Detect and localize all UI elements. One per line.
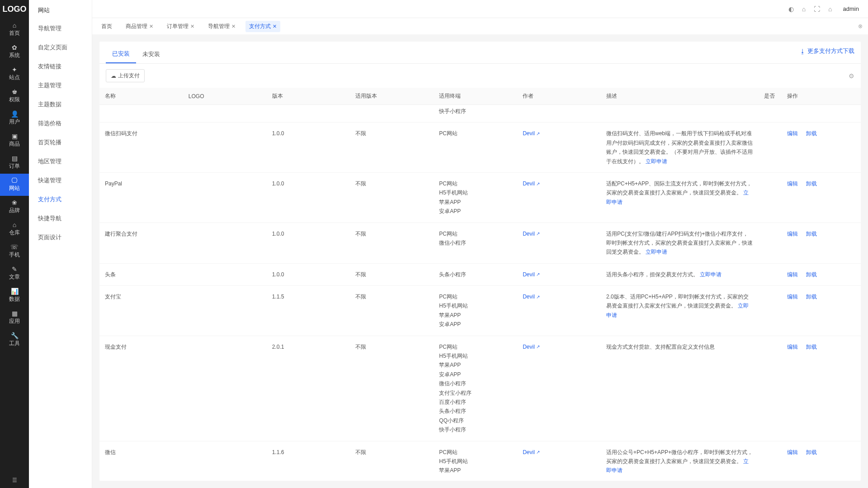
sub-item-快递管理[interactable]: 快递管理	[29, 171, 92, 190]
sidebar-item-商品[interactable]: ▣商品	[0, 129, 29, 152]
author-link[interactable]: Devil↗	[523, 448, 540, 457]
sidebar-item-文章[interactable]: ✎文章	[0, 262, 29, 284]
close-icon[interactable]: ✕	[273, 24, 277, 29]
cell-flag	[759, 263, 782, 285]
cell-logo	[183, 263, 267, 285]
close-icon[interactable]: ✕	[231, 24, 236, 29]
theme-icon[interactable]: ◐	[788, 5, 794, 13]
uninstall-link[interactable]: 卸载	[806, 129, 817, 138]
uninstall-link[interactable]: 卸载	[806, 270, 817, 279]
apply-link[interactable]: 立即申请	[700, 271, 722, 278]
cell-logo	[183, 105, 267, 123]
cell-version: 1.1.6	[267, 441, 350, 481]
sidebar-sub: 网站 导航管理自定义页面友情链接主题管理主题数据筛选价格首页轮播地区管理快递管理…	[29, 0, 92, 488]
sub-item-筛选价格[interactable]: 筛选价格	[29, 114, 92, 133]
apply-link[interactable]: 立即申请	[646, 158, 667, 165]
cell-terminals: PC网站H5手机网站苹果APP	[434, 441, 517, 481]
sidebar-item-权限[interactable]: ♚权限	[0, 85, 29, 107]
edit-link[interactable]: 编辑	[787, 270, 798, 279]
cell-flag	[759, 441, 782, 481]
uninstall-link[interactable]: 卸载	[806, 342, 817, 351]
cell-applicable: 不限	[350, 223, 434, 263]
tab-首页[interactable]: 首页	[98, 21, 116, 32]
table-row: PayPal1.0.0不限PC网站H5手机网站苹果APP安卓APPDevil↗适…	[99, 172, 861, 223]
more-payment-link[interactable]: ⭳ 更多支付方式下载	[800, 47, 854, 55]
uninstall-link[interactable]: 卸载	[806, 448, 817, 457]
sidebar-item-订单[interactable]: ▤订单	[0, 152, 29, 174]
uninstall-link[interactable]: 卸载	[806, 179, 817, 188]
cell-logo	[183, 123, 267, 173]
sub-item-地区管理[interactable]: 地区管理	[29, 152, 92, 171]
edit-link[interactable]: 编辑	[787, 342, 798, 351]
sidebar-collapse-toggle[interactable]: ☰	[0, 473, 29, 488]
sidebar-item-仓库[interactable]: ⌂仓库	[0, 218, 29, 240]
upload-payment-button[interactable]: ☁ 上传支付	[106, 69, 145, 82]
table-settings-icon[interactable]: ⚙	[849, 72, 854, 80]
author-link[interactable]: Devil↗	[523, 179, 540, 188]
author-link[interactable]: Devil↗	[523, 292, 540, 301]
cell-description: 适用头条小程序，担保交易支付方式。 立即申请	[601, 263, 759, 285]
sub-item-支付方式[interactable]: 支付方式	[29, 190, 92, 209]
nav-icon: ☏	[10, 244, 19, 250]
cell-name: 头条	[99, 263, 183, 285]
nav-icon: ⌂	[13, 22, 16, 28]
nav-label: 商品	[9, 140, 20, 148]
cell-operations: 编辑卸载	[782, 223, 861, 263]
cell-operations: 编辑卸载	[782, 441, 861, 481]
sidebar-item-首页[interactable]: ⌂首页	[0, 19, 29, 41]
sidebar-item-站点[interactable]: ✦站点	[0, 63, 29, 85]
edit-link[interactable]: 编辑	[787, 129, 798, 138]
sidebar-item-网站[interactable]: 🖵网站	[0, 174, 29, 196]
sub-item-主题管理[interactable]: 主题管理	[29, 76, 92, 95]
table-row: 建行聚合支付1.0.0不限PC网站微信小程序Devil↗适用PC(支付宝/微信/…	[99, 223, 861, 263]
author-link[interactable]: Devil↗	[523, 270, 540, 279]
tab-installed[interactable]: 已安装	[106, 46, 136, 63]
sub-item-友情链接[interactable]: 友情链接	[29, 57, 92, 76]
uninstall-link[interactable]: 卸载	[806, 229, 817, 238]
close-all-tabs-icon[interactable]: ⊗	[858, 23, 863, 29]
table-row: 快手小程序	[99, 105, 861, 123]
tab-导航管理[interactable]: 导航管理✕	[204, 21, 239, 32]
panel-tabs: 已安装 未安装 ⭳ 更多支付方式下载	[99, 42, 861, 64]
nav-icon: ♚	[12, 89, 18, 95]
cell-flag	[759, 123, 782, 173]
close-icon[interactable]: ✕	[149, 24, 153, 29]
author-link[interactable]: Devil↗	[523, 342, 540, 351]
author-link[interactable]: Devil↗	[523, 229, 540, 238]
external-link-icon: ↗	[536, 343, 540, 351]
fullscreen-icon[interactable]: ⛶	[814, 5, 820, 13]
author-link[interactable]: Devil↗	[523, 129, 540, 138]
column-header: 是否	[759, 88, 782, 105]
sub-item-快捷导航[interactable]: 快捷导航	[29, 209, 92, 228]
sidebar-item-手机[interactable]: ☏手机	[0, 240, 29, 262]
sidebar-item-工具[interactable]: 🔧工具	[0, 329, 29, 351]
external-link-icon: ↗	[536, 270, 540, 278]
edit-link[interactable]: 编辑	[787, 448, 798, 457]
tab-商品管理[interactable]: 商品管理✕	[122, 21, 157, 32]
edit-link[interactable]: 编辑	[787, 292, 798, 301]
sidebar-item-应用[interactable]: ▦应用	[0, 307, 29, 329]
sub-item-自定义页面[interactable]: 自定义页面	[29, 38, 92, 57]
home-icon[interactable]: ⌂	[828, 5, 832, 13]
tab-支付方式[interactable]: 支付方式✕	[245, 21, 280, 32]
apply-link[interactable]: 立即申请	[646, 249, 667, 255]
tab-not-installed[interactable]: 未安装	[136, 47, 166, 63]
sidebar-item-数据[interactable]: 📊数据	[0, 284, 29, 307]
cell-description: 适配PC+H5+APP、国际主流支付方式，即时到帐支付方式，买家的交易资金直接打…	[601, 172, 759, 223]
nav-icon: 🖵	[11, 177, 18, 184]
tab-订单管理[interactable]: 订单管理✕	[163, 21, 198, 32]
sidebar-item-用户[interactable]: 👤用户	[0, 107, 29, 129]
sub-item-页面设计[interactable]: 页面设计	[29, 228, 92, 247]
sub-item-导航管理[interactable]: 导航管理	[29, 19, 92, 38]
shop-icon[interactable]: ⌂	[802, 5, 806, 13]
sub-item-主题数据[interactable]: 主题数据	[29, 95, 92, 114]
user-label[interactable]: admin	[843, 5, 859, 12]
sidebar-item-系统[interactable]: ✿系统	[0, 41, 29, 63]
sub-item-首页轮播[interactable]: 首页轮播	[29, 133, 92, 152]
edit-link[interactable]: 编辑	[787, 229, 798, 238]
close-icon[interactable]: ✕	[190, 24, 194, 29]
uninstall-link[interactable]: 卸载	[806, 292, 817, 301]
sidebar-item-品牌[interactable]: ❀品牌	[0, 196, 29, 218]
edit-link[interactable]: 编辑	[787, 179, 798, 188]
nav-icon: ✦	[12, 66, 17, 73]
